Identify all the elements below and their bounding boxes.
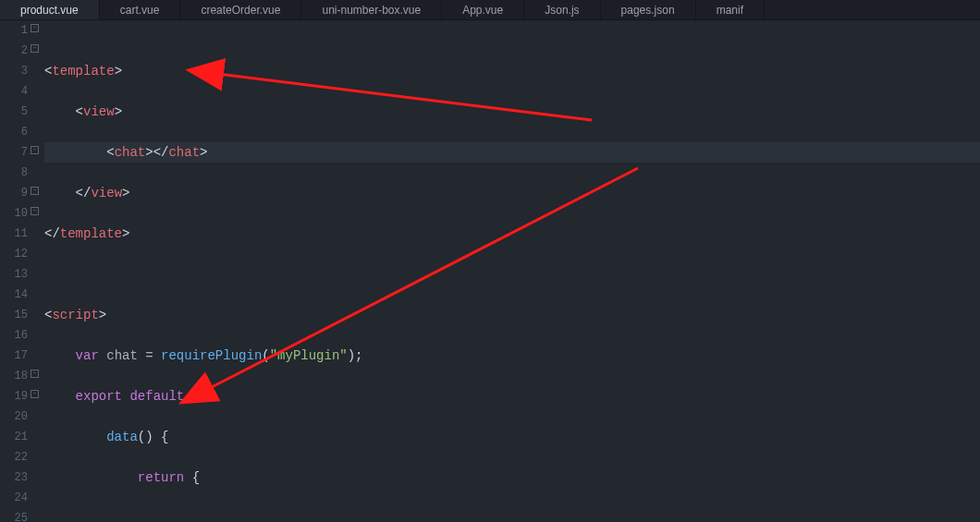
code-line[interactable]: <script> [44, 305, 980, 325]
gutter: 1-2-34567-89-10-1112131415161718-19-2021… [0, 20, 44, 522]
tab-manif[interactable]: manif [696, 0, 765, 19]
line-number: 9- [0, 183, 39, 203]
line-number: 22 [0, 447, 39, 467]
code-line[interactable]: <template> [44, 61, 980, 81]
line-number: 13 [0, 264, 39, 285]
line-number: 15 [0, 305, 39, 325]
tab-createorder-vue[interactable]: createOrder.vue [180, 0, 301, 19]
line-number: 5 [0, 102, 39, 122]
fold-icon[interactable]: - [31, 390, 39, 398]
line-number: 6 [0, 122, 39, 142]
line-number: 4 [0, 81, 39, 102]
line-number: 3 [0, 61, 39, 81]
tab-uni-number-box-vue[interactable]: uni-number-box.vue [301, 0, 442, 19]
line-number: 17 [0, 346, 39, 366]
code-line[interactable]: </view> [44, 183, 980, 203]
line-number: 8 [0, 163, 39, 183]
line-number: 12 [0, 244, 39, 264]
code-line[interactable]: data() { [44, 427, 980, 447]
line-number: 24 [0, 488, 39, 508]
code-line[interactable]: <chat></chat> [44, 142, 980, 163]
editor-window: product.vuecart.vuecreateOrder.vueuni-nu… [0, 0, 980, 522]
fold-icon[interactable]: - [31, 207, 39, 215]
code-line[interactable] [44, 508, 980, 522]
code-line[interactable]: export default { [44, 386, 980, 407]
line-number: 25 [0, 508, 39, 522]
tab-pages-json[interactable]: pages.json [601, 0, 696, 19]
fold-icon[interactable]: - [31, 370, 39, 378]
fold-icon[interactable]: - [31, 24, 39, 32]
tab-bar: product.vuecart.vuecreateOrder.vueuni-nu… [0, 0, 980, 20]
tab-cart-vue[interactable]: cart.vue [100, 0, 181, 19]
code-line[interactable] [44, 264, 980, 285]
code-area[interactable]: <template> <view> <chat></chat> </view> … [44, 20, 980, 522]
line-number: 7- [0, 142, 39, 163]
line-number: 21 [0, 427, 39, 447]
line-number: 18- [0, 366, 39, 386]
tab-app-vue[interactable]: App.vue [442, 0, 524, 19]
line-number: 23 [0, 467, 39, 488]
line-number: 2- [0, 41, 39, 61]
line-number: 11 [0, 224, 39, 244]
editor[interactable]: 1-2-34567-89-10-1112131415161718-19-2021… [0, 20, 980, 522]
code-line[interactable]: <view> [44, 102, 980, 122]
code-line[interactable]: return { [44, 467, 980, 488]
line-number: 16 [0, 325, 39, 346]
tab-json-js[interactable]: Json.js [524, 0, 600, 19]
fold-icon[interactable]: - [31, 187, 39, 195]
line-number: 14 [0, 285, 39, 305]
line-number: 10- [0, 203, 39, 224]
code-line[interactable]: var chat = requirePlugin("myPlugin"); [44, 346, 980, 366]
line-number: 20 [0, 407, 39, 427]
fold-icon[interactable]: - [31, 146, 39, 154]
fold-icon[interactable]: - [31, 44, 39, 53]
tab-product-vue[interactable]: product.vue [0, 0, 100, 19]
line-number: 19- [0, 386, 39, 407]
code-line[interactable]: </template> [44, 224, 980, 244]
line-number: 1- [0, 20, 39, 41]
